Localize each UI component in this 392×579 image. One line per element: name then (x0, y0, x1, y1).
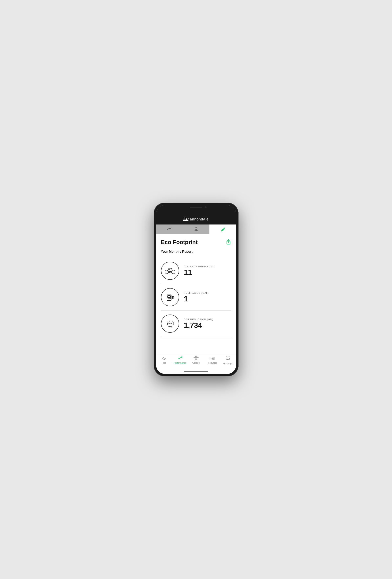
stat-distance: DISTANCE RIDDEN (MI) 11 (161, 258, 231, 284)
stat-fuel: FUEL SAVED (GAL) 1 (161, 284, 231, 310)
top-tab-bar (156, 224, 236, 234)
share-button[interactable] (226, 239, 231, 246)
tab-activity[interactable] (156, 224, 183, 234)
nav-item-garage[interactable]: Garage (188, 356, 204, 364)
menu-icon (183, 218, 188, 218)
achievements-icon (194, 227, 199, 232)
fuel-value: 1 (184, 295, 209, 303)
main-content: Eco Footprint Your Monthly Report (156, 234, 236, 354)
stat-co2: CO2 CO2 REDUCTION (GM) 1,734 (161, 310, 231, 337)
svg-rect-22 (213, 358, 214, 359)
messages-nav-label: Messages (223, 362, 233, 365)
garage-nav-icon (193, 356, 199, 361)
phone-frame: cannondale (154, 203, 238, 376)
distance-info: DISTANCE RIDDEN (MI) 11 (184, 265, 215, 276)
speaker (190, 207, 202, 208)
fuel-info: FUEL SAVED (GAL) 1 (184, 292, 209, 303)
app-header: cannondale (156, 214, 236, 224)
page-header: Eco Footprint (161, 239, 231, 246)
nav-item-ride[interactable]: Ride (156, 356, 172, 364)
svg-point-14 (164, 359, 164, 360)
ride-nav-icon (161, 356, 167, 361)
performance-nav-label: Performance (174, 362, 186, 364)
fuel-icon-circle (161, 288, 179, 306)
bike-icon-circle (161, 262, 179, 280)
garage-nav-label: Garage (192, 362, 200, 364)
co2-icon: CO2 (165, 318, 175, 329)
home-bar (184, 371, 208, 372)
activity-icon (167, 227, 172, 232)
tab-eco[interactable] (209, 224, 236, 234)
eco-icon (220, 227, 225, 232)
co2-label: CO2 REDUCTION (GM) (184, 318, 214, 321)
svg-point-7 (173, 296, 174, 297)
bike-icon (165, 266, 175, 276)
home-indicator (156, 370, 236, 374)
svg-point-0 (195, 227, 197, 229)
bottom-nav-bar: Ride Performance Garage (156, 354, 236, 370)
camera (205, 206, 207, 208)
page-title: Eco Footprint (161, 239, 198, 245)
fuel-icon (165, 292, 175, 302)
tab-achievements[interactable] (183, 224, 209, 234)
section-title: Your Monthly Report (161, 250, 231, 254)
nav-item-performance[interactable]: Performance (172, 356, 188, 364)
bell-icon (225, 356, 231, 362)
co2-info: CO2 REDUCTION (GM) 1,734 (184, 318, 214, 329)
ride-nav-label: Ride (162, 362, 166, 364)
notch (180, 205, 212, 211)
fuel-label: FUEL SAVED (GAL) (184, 292, 209, 294)
resources-nav-icon (209, 356, 215, 361)
phone-screen: cannondale (156, 205, 236, 374)
svg-rect-6 (168, 295, 170, 297)
performance-nav-icon (177, 356, 183, 361)
resources-nav-label: Resources (207, 362, 217, 364)
distance-label: DISTANCE RIDDEN (MI) (184, 265, 215, 268)
distance-value: 11 (184, 269, 215, 276)
menu-icon (183, 220, 188, 221)
svg-text:CO2: CO2 (168, 322, 172, 324)
nav-item-resources[interactable]: Resources (204, 356, 220, 364)
nav-item-messages[interactable]: Messages (220, 356, 236, 365)
co2-value: 1,734 (184, 322, 214, 329)
menu-icon (183, 219, 188, 219)
co2-icon-circle: CO2 (161, 314, 179, 333)
app-brand: cannondale (188, 217, 209, 221)
menu-button[interactable] (183, 218, 188, 221)
